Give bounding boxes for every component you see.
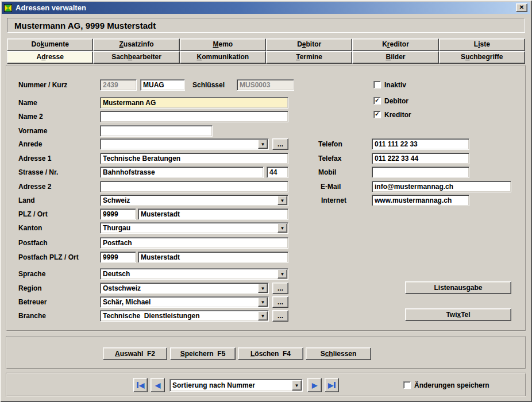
betreuer-dropdown-arrow-icon[interactable]: ▼ — [258, 297, 268, 307]
debitor-label: Debitor — [384, 97, 408, 105]
vorname-label: Vorname — [18, 127, 47, 135]
close-button[interactable]: ✕ — [516, 3, 527, 12]
nav-previous-button[interactable]: ◀ — [151, 378, 165, 392]
region-label: Region — [18, 284, 42, 292]
hausnummer-input[interactable] — [267, 167, 288, 178]
nav-last-button[interactable]: ▶ — [325, 378, 339, 392]
mobil-label: Mobil — [318, 168, 336, 176]
postfach-input[interactable] — [100, 237, 288, 249]
nav-last-bar-icon — [334, 382, 336, 388]
sprache-dropdown-arrow-icon[interactable]: ▼ — [277, 269, 287, 279]
branche-label: Branche — [18, 312, 46, 320]
email-input[interactable] — [372, 181, 511, 192]
tab-bilder[interactable]: Bilder — [352, 51, 438, 64]
name-label: Name — [18, 99, 37, 107]
strasse-input[interactable] — [100, 167, 264, 178]
sort-select[interactable]: Sortierung nach Nummer ▼ — [169, 379, 303, 392]
name-input[interactable] — [100, 97, 288, 109]
loeschen-button[interactable]: Löschen F4 — [238, 347, 303, 360]
region-dropdown-arrow-icon[interactable]: ▼ — [258, 284, 268, 293]
tab-memo[interactable]: Memo — [180, 38, 266, 51]
anrede-select[interactable]: ▼ — [100, 138, 269, 150]
tab-row-2: Adresse Sachbearbeiter Kommunikation Ter… — [7, 51, 525, 64]
land-select[interactable]: Schweiz ▼ — [100, 195, 288, 206]
inaktiv-checkbox[interactable]: ✓ — [373, 81, 381, 88]
postfach-plz-ort-label: Postfach PLZ / Ort — [18, 253, 79, 261]
betreuer-label: Betreuer — [18, 298, 47, 306]
speichern-button[interactable]: Speichern F5 — [170, 347, 236, 360]
betreuer-select[interactable]: Schär, Michael ▼ — [100, 296, 269, 308]
branche-value: Technische Dienstleistungen — [103, 312, 199, 320]
land-value: Schweiz — [103, 196, 130, 204]
land-dropdown-arrow-icon[interactable]: ▼ — [277, 196, 287, 205]
address-form-panel: Nummer / Kurz Schlüssel Name Name 2 Vorn… — [6, 65, 526, 331]
sort-value: Sortierung nach Nummer — [172, 381, 255, 389]
anrede-dropdown-arrow-icon[interactable]: ▼ — [258, 140, 268, 149]
ort-input[interactable] — [138, 208, 288, 220]
kanton-value: Thurgau — [103, 224, 130, 232]
strasse-label: Strasse / Nr. — [18, 168, 58, 176]
kurz-field[interactable] — [140, 79, 185, 91]
betreuer-browse-button[interactable]: ... — [272, 296, 288, 308]
title-bar: Adressen verwalten ✕ — [2, 2, 530, 14]
twixtel-button[interactable]: TwixTel — [405, 308, 511, 321]
adresse1-input[interactable] — [100, 153, 288, 164]
kanton-label: Kanton — [18, 224, 42, 232]
tab-adresse[interactable]: Adresse — [7, 51, 93, 64]
nav-first-button[interactable]: ◀ — [133, 378, 148, 392]
schluessel-field — [237, 79, 294, 91]
kanton-select[interactable]: Thurgau ▼ — [100, 222, 288, 234]
region-browse-button[interactable]: ... — [272, 283, 288, 294]
adresse2-input[interactable] — [100, 181, 288, 192]
postfach-ort-input[interactable] — [138, 252, 288, 263]
branche-dropdown-arrow-icon[interactable]: ▼ — [258, 311, 268, 320]
postfach-plz-input[interactable] — [100, 252, 136, 263]
schliessen-button[interactable]: Schliessen — [306, 347, 371, 360]
sprache-label: Sprache — [18, 270, 45, 278]
kanton-dropdown-arrow-icon[interactable]: ▼ — [277, 223, 287, 233]
schluessel-label: Schlüssel — [192, 81, 225, 89]
tab-kreditor[interactable]: Kreditor — [352, 38, 438, 51]
tab-sachbearbeiter[interactable]: Sachbearbeiter — [93, 51, 179, 64]
telefon-input[interactable] — [372, 138, 469, 150]
tab-kommunikation[interactable]: Kommunikation — [180, 51, 266, 64]
kreditor-label: Kreditor — [384, 111, 411, 119]
tab-liste[interactable]: Liste — [439, 38, 525, 51]
internet-input[interactable] — [372, 195, 469, 206]
name2-input[interactable] — [100, 111, 288, 122]
postfach-label: Postfach — [18, 239, 48, 247]
vorname-input[interactable] — [100, 125, 213, 137]
tab-dokumente[interactable]: Dokumente — [7, 38, 93, 51]
branche-select[interactable]: Technische Dienstleistungen ▼ — [100, 310, 269, 322]
name2-label: Name 2 — [18, 113, 43, 121]
tab-zusatzinfo[interactable]: Zusatzinfo — [93, 38, 179, 51]
navigation-panel: ◀ ◀ Sortierung nach Nummer ▼ ▶ ▶ ✓ Änder… — [6, 373, 526, 397]
plz-input[interactable] — [100, 208, 136, 220]
sprache-select[interactable]: Deutsch ▼ — [100, 268, 288, 280]
check-icon: ✓ — [374, 111, 380, 117]
nav-next-arrow-icon: ▶ — [312, 382, 317, 389]
nav-next-button[interactable]: ▶ — [307, 378, 322, 392]
aenderungen-speichern-checkbox[interactable]: ✓ — [403, 381, 411, 389]
telefax-input[interactable] — [372, 153, 469, 164]
branche-browse-button[interactable]: ... — [272, 310, 288, 322]
tab-termine[interactable]: Termine — [266, 51, 352, 64]
auswahl-button[interactable]: Auswahl F2 — [103, 347, 167, 360]
listenausgabe-button[interactable]: Listenausgabe — [405, 281, 511, 294]
adresse2-label: Adresse 2 — [18, 183, 51, 191]
region-select[interactable]: Ostschweiz ▼ — [100, 283, 269, 294]
tab-debitor[interactable]: Debitor — [266, 38, 352, 51]
anrede-browse-button[interactable]: ... — [272, 138, 288, 150]
sort-dropdown-arrow-icon[interactable]: ▼ — [292, 380, 302, 391]
land-label: Land — [18, 196, 35, 204]
record-title: Mustermann AG, 9999 Musterstadt — [14, 21, 156, 30]
mobil-input[interactable] — [372, 167, 469, 178]
betreuer-value: Schär, Michael — [103, 298, 151, 306]
nav-last-arrow-icon: ▶ — [328, 382, 333, 389]
kreditor-checkbox[interactable]: ✓ — [373, 111, 381, 118]
debitor-checkbox[interactable]: ✓ — [373, 97, 381, 105]
tab-suchbegriffe[interactable]: Suchbegriffe — [439, 51, 525, 64]
check-icon: ✓ — [374, 98, 380, 103]
internet-label: Internet — [321, 196, 346, 204]
window: Adressen verwalten ✕ Mustermann AG, 9999… — [0, 0, 532, 402]
